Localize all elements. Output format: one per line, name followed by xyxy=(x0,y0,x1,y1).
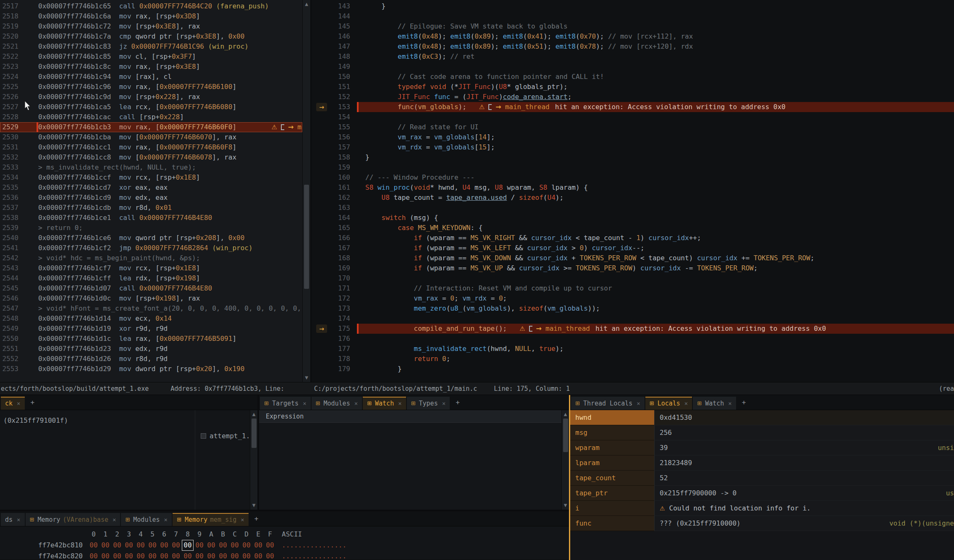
source-row[interactable]: 170 xyxy=(312,273,954,283)
new-tab-button[interactable]: + xyxy=(451,398,465,406)
close-icon[interactable]: × xyxy=(113,516,116,523)
source-row[interactable]: 157 vm_rdx = vm_globals[15]; xyxy=(312,142,954,152)
tab-memory[interactable]: ⊞Memory(VArena)base× xyxy=(26,513,121,526)
tab-memory[interactable]: ⊞Memorymem_sig× xyxy=(173,513,249,526)
disasm-row[interactable]: 2542> void* hdc = ms_begin_paint(hwnd, &… xyxy=(0,253,302,263)
source-row[interactable]: 148 emit8(0xC3); // ret xyxy=(312,52,954,62)
memory-byte[interactable]: 00 xyxy=(123,551,135,560)
memory-byte[interactable]: 00 xyxy=(182,551,194,560)
close-icon[interactable]: × xyxy=(17,400,20,407)
disasm-row[interactable]: 25250x00007ff7746b1c96 mov rax, [0x00007… xyxy=(0,82,302,92)
new-tab-button[interactable]: + xyxy=(26,398,40,406)
source-code-panel[interactable]: 143 }144145 // Epilogue: Save VM state b… xyxy=(312,0,954,382)
disasm-row[interactable]: 25510x00007ff7746b1d23 mov edx, r9d xyxy=(0,344,302,354)
source-row[interactable]: 169 if (wparam == MS_VK_UP && cursor_idx… xyxy=(312,263,954,273)
source-row[interactable]: 177 ms_invalidate_rect(hwnd, NULL, true)… xyxy=(312,344,954,354)
locals-row[interactable]: i⚠Could not find location info for i. xyxy=(570,501,954,516)
source-row[interactable]: 143 } xyxy=(312,1,954,11)
disasm-row[interactable]: 2539> return 0; xyxy=(0,223,302,233)
source-row[interactable]: 174 xyxy=(312,314,954,324)
disasm-row[interactable]: 25360x00007ff7746b1cd9 mov edx, eax xyxy=(0,193,302,203)
disasm-row[interactable]: 25450x00007ff7746b1d07 call 0x00007FF774… xyxy=(0,283,302,293)
close-icon[interactable]: × xyxy=(241,516,244,523)
disasm-row[interactable]: 25180x00007ff7746b1c6a mov rax, [rsp+0x3… xyxy=(0,11,302,21)
disasm-row[interactable]: 25350x00007ff7746b1cd7 xor eax, eax xyxy=(0,183,302,193)
disasm-row[interactable]: 25240x00007ff7746b1c94 mov [rax], cl xyxy=(0,72,302,82)
disasm-row[interactable]: 25290x00007ff7746b1cb3 mov rax, [0x00007… xyxy=(0,122,302,132)
scroll-up-icon[interactable]: ▲ xyxy=(250,411,257,418)
memory-byte[interactable]: 00 xyxy=(264,551,276,560)
memory-byte[interactable]: 00 xyxy=(194,540,205,551)
memory-byte[interactable]: 00 xyxy=(252,540,264,551)
source-row[interactable]: 172 vm_rax = 0; vm_rdx = 0; xyxy=(312,293,954,304)
source-row[interactable]: 156 vm_rax = vm_globals[14]; xyxy=(312,132,954,142)
close-icon[interactable]: × xyxy=(637,400,640,407)
memory-byte[interactable]: 00 xyxy=(147,551,158,560)
disasm-row[interactable]: 25310x00007ff7746b1cc1 mov rax, [0x00007… xyxy=(0,142,302,152)
memory-byte[interactable]: 00 xyxy=(241,551,252,560)
disasm-row[interactable]: 25260x00007ff7746b1c9d mov [rsp+0x228], … xyxy=(0,92,302,102)
source-row[interactable]: 163 xyxy=(312,203,954,213)
callstack-frame[interactable]: long win_proc(void *, uint32, unsigned l… xyxy=(0,428,257,444)
disasm-row[interactable]: 25520x00007ff7746b1d26 mov r8d, r9d xyxy=(0,354,302,364)
disassembly-scrollbar[interactable]: ▲ ▼ xyxy=(302,0,310,382)
memory-byte[interactable]: 00 xyxy=(170,551,182,560)
new-tab-button[interactable]: + xyxy=(249,515,264,523)
disasm-row[interactable]: 25480x00007ff7746b1d14 mov ecx, 0x14 xyxy=(0,314,302,324)
scroll-down-icon[interactable]: ▼ xyxy=(303,374,310,381)
memory-byte[interactable]: 00 xyxy=(264,540,276,551)
source-row[interactable]: 151 typedef void (*JIT_Func)(U8* globals… xyxy=(312,82,954,92)
disasm-row[interactable]: 25300x00007ff7746b1cba mov [0x00007FF774… xyxy=(0,132,302,142)
scrollbar-thumb[interactable] xyxy=(563,419,568,452)
tab-types[interactable]: ⊞Types× xyxy=(407,397,450,410)
disasm-row[interactable]: 25190x00007ff7746b1c72 mov [rsp+0x3E8], … xyxy=(0,21,302,31)
disasm-row[interactable]: 25380x00007ff7746b1ce1 call 0x00007FF774… xyxy=(0,213,302,223)
disasm-row[interactable]: 25400x00007ff7746b1ce6 mov qword ptr [rs… xyxy=(0,233,302,243)
disasm-row[interactable]: 25270x00007ff7746b1ca5 lea rcx, [0x00007… xyxy=(0,102,302,112)
source-row[interactable]: 146 emit8(0x48); emit8(0x89); emit8(0x41… xyxy=(312,31,954,42)
locals-row[interactable]: wparam39unsi xyxy=(570,440,954,455)
disasm-row[interactable]: 2547> void* hFont = ms_create_font_a(20,… xyxy=(0,304,302,314)
memory-byte[interactable]: 00 xyxy=(147,540,158,551)
tab-watch[interactable]: ⊞Watch× xyxy=(693,397,736,410)
disasm-row[interactable]: 25200x00007ff7746b1c7a cmp qword ptr [rs… xyxy=(0,31,302,42)
tab-watch[interactable]: ⊞Watch× xyxy=(363,397,406,410)
disasm-row[interactable]: 25210x00007ff7746b1c83 jz 0x00007FF7746B… xyxy=(0,42,302,52)
callstack-scrollbar[interactable]: ▲ ▼ xyxy=(250,410,257,510)
source-row[interactable]: 145 // Epilogue: Save VM state back to g… xyxy=(312,21,954,31)
source-row[interactable]: 173 mem_zero(u8_(vm_globals), sizeof(vm_… xyxy=(312,304,954,314)
close-icon[interactable]: × xyxy=(684,400,688,407)
close-icon[interactable]: × xyxy=(728,400,731,407)
disasm-row[interactable]: 25220x00007ff7746b1c85 mov cl, [rsp+0x3F… xyxy=(0,52,302,62)
source-row[interactable]: 168 if (wparam == MS_VK_DOWN && cursor_i… xyxy=(312,253,954,263)
memory-byte[interactable]: 00 xyxy=(229,540,241,551)
disasm-row[interactable]: 25500x00007ff7746b1d1c lea rax, [0x00007… xyxy=(0,334,302,344)
disassembly-panel[interactable]: 25170x00007ff7746b1c65 call 0x00007FF774… xyxy=(0,0,302,382)
source-row[interactable]: 150 // Cast code arena to function point… xyxy=(312,72,954,82)
memory-byte[interactable]: 00 xyxy=(88,551,100,560)
memory-byte[interactable]: 00 xyxy=(205,540,217,551)
locals-row[interactable]: msg256 xyxy=(570,425,954,440)
locals-row[interactable]: tape_count52 xyxy=(570,471,954,486)
source-row[interactable]: 152 JIT_Func func = (JIT_Func)code_arena… xyxy=(312,92,954,102)
memory-byte[interactable]: 00 xyxy=(111,551,123,560)
disasm-row[interactable]: 25170x00007ff7746b1c65 call 0x00007FF774… xyxy=(0,1,302,11)
disasm-row[interactable]: 25530x00007ff7746b1d29 mov dword ptr [rs… xyxy=(0,364,302,374)
source-row[interactable]: 162 U8 tape_count = tape_arena.used / si… xyxy=(312,193,954,203)
source-row[interactable]: 160// --- Window Procedure --- xyxy=(312,173,954,183)
disasm-row[interactable]: 25280x00007ff7746b1cac call [rsp+0x228] xyxy=(0,112,302,122)
memory-byte[interactable]: 00 xyxy=(205,551,217,560)
close-icon[interactable]: × xyxy=(354,400,358,407)
memory-byte[interactable]: 00 xyxy=(100,540,111,551)
source-row[interactable]: 171 // Interaction: Reset VM and compile… xyxy=(312,283,954,293)
source-row[interactable]: 176 xyxy=(312,334,954,344)
new-tab-button[interactable]: + xyxy=(737,398,751,406)
memory-byte[interactable]: 00 xyxy=(182,540,194,551)
scrollbar-thumb[interactable] xyxy=(252,419,257,448)
memory-byte[interactable]: 00 xyxy=(217,540,229,551)
close-icon[interactable]: × xyxy=(164,516,168,523)
memory-byte[interactable]: 00 xyxy=(111,540,123,551)
disasm-row[interactable]: 25410x00007ff7746b1cf2 jmp 0x00007FF7746… xyxy=(0,243,302,253)
memory-row[interactable]: ff7e42bc81000000000000000000000000000000… xyxy=(0,540,569,551)
memory-byte[interactable]: 00 xyxy=(158,540,170,551)
